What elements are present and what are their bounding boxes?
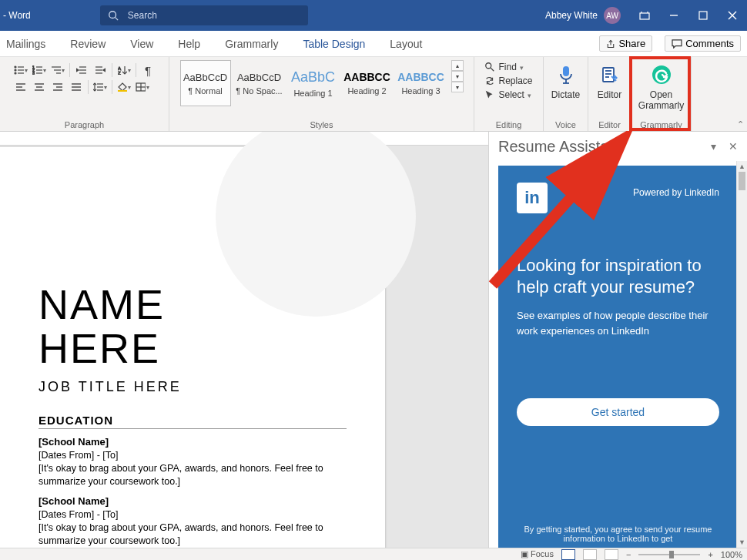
svg-marker-27 (76, 69, 79, 72)
bullets-icon[interactable] (14, 63, 28, 77)
tab-table-design[interactable]: Table Design (303, 38, 365, 50)
select-label: Select (498, 89, 524, 100)
svg-rect-6 (699, 12, 707, 19)
zoom-level[interactable]: 100% (721, 550, 742, 559)
styles-up-icon[interactable]: ▴ (451, 60, 464, 71)
education-entry-1[interactable]: [School Name] [Dates From] - [To] [It's … (39, 435, 347, 488)
svg-line-56 (491, 68, 494, 71)
svg-point-9 (15, 66, 16, 68)
justify-icon[interactable] (69, 80, 83, 94)
show-paragraph-marks-icon[interactable]: ¶ (141, 63, 155, 77)
share-icon (606, 39, 615, 49)
resume-assistant-pane: Resume Assistant ▾ ✕ in Powered by Linke… (488, 132, 747, 548)
align-left-icon[interactable] (14, 80, 28, 94)
share-button[interactable]: Share (599, 35, 652, 52)
styles-down-icon[interactable]: ▾ (451, 71, 464, 82)
numbering-icon[interactable]: 123 (32, 63, 46, 77)
pane-disclaimer: By getting started, you agree to send yo… (517, 525, 719, 543)
maximize-button[interactable] (688, 0, 718, 31)
replace-icon (484, 75, 495, 86)
ribbon: 123 AZ ¶ Paragraph (0, 57, 747, 132)
style-heading-1[interactable]: AaBbCHeading 1 (288, 60, 339, 106)
select-button[interactable]: Select (484, 89, 531, 100)
search-icon (108, 10, 119, 21)
sort-icon[interactable]: AZ (117, 63, 131, 77)
tab-grammarly[interactable]: Grammarly (225, 38, 278, 50)
zoom-out-button[interactable]: − (626, 550, 631, 559)
replace-label: Replace (498, 75, 532, 86)
multilevel-list-icon[interactable] (51, 63, 65, 77)
scroll-down-icon[interactable]: ▼ (737, 537, 747, 548)
style-heading-2[interactable]: AABBCCHeading 2 (342, 60, 393, 106)
document-viewport[interactable]: NAME HERE JOB TITLE HERE EDUCATION [Scho… (0, 132, 488, 548)
comments-label: Comments (685, 38, 734, 49)
close-button[interactable] (718, 0, 747, 31)
ribbon-display-options-icon[interactable] (630, 0, 659, 31)
comments-button[interactable]: Comments (665, 35, 741, 52)
pane-options-icon[interactable]: ▾ (711, 140, 716, 153)
pane-close-icon[interactable]: ✕ (729, 140, 738, 153)
svg-point-55 (486, 63, 491, 69)
window-title: - Word (3, 10, 31, 21)
minimize-button[interactable] (659, 0, 688, 31)
svg-marker-31 (103, 69, 106, 72)
title-bar: - Word Search Abbey White AW (0, 0, 747, 31)
increase-indent-icon[interactable] (93, 63, 107, 77)
styles-group-label: Styles (174, 120, 469, 129)
styles-more-icon[interactable]: ▾ (451, 82, 464, 92)
resume-job-title[interactable]: JOB TITLE HERE (39, 379, 367, 395)
find-button[interactable]: Find (484, 62, 523, 72)
ruler[interactable] (0, 132, 488, 146)
status-bar: ▣ Focus − + 100% (0, 548, 747, 560)
view-read-mode-icon[interactable] (583, 549, 597, 560)
education-entry-2[interactable]: [School Name] [Dates From] - [To] [It's … (39, 495, 347, 548)
resume-name-line2[interactable]: HERE (39, 327, 367, 371)
document-page[interactable]: NAME HERE JOB TITLE HERE EDUCATION [Scho… (0, 147, 385, 548)
microphone-icon (554, 63, 578, 86)
get-started-button[interactable]: Get started (517, 398, 719, 426)
view-print-layout-icon[interactable] (561, 549, 575, 560)
shading-icon[interactable] (117, 80, 131, 94)
style--normal[interactable]: AaBbCcD¶ Normal (180, 60, 231, 106)
tab-view[interactable]: View (130, 38, 153, 50)
editor-group-label: Editor (593, 120, 626, 129)
select-icon (484, 89, 495, 100)
line-spacing-icon[interactable] (93, 80, 107, 94)
dictate-label: Dictate (551, 89, 580, 100)
group-editor: Editor Editor (588, 57, 631, 131)
replace-button[interactable]: Replace (484, 75, 532, 86)
borders-icon[interactable] (136, 80, 149, 94)
pane-scrollbar[interactable]: ▲ ▼ (736, 161, 747, 548)
svg-text:3: 3 (32, 71, 35, 75)
tab-help[interactable]: Help (178, 38, 200, 50)
zoom-slider[interactable] (638, 554, 700, 555)
editor-button[interactable]: Editor (588, 60, 631, 100)
svg-rect-60 (603, 68, 614, 82)
tab-mailings[interactable]: Mailings (6, 38, 45, 50)
align-right-icon[interactable] (51, 80, 65, 94)
editor-icon (598, 63, 621, 86)
view-web-layout-icon[interactable] (605, 549, 618, 560)
group-voice: Dictate Voice (544, 57, 588, 131)
pane-body: in Powered by LinkedIn Looking for inspi… (498, 166, 738, 548)
pane-subtext: See examples of how people describe thei… (517, 308, 719, 338)
avatar: AW (604, 7, 621, 24)
dictate-button[interactable]: Dictate (544, 60, 588, 100)
align-center-icon[interactable] (32, 80, 46, 94)
scroll-up-icon[interactable]: ▲ (737, 161, 747, 172)
paragraph-group-label: Paragraph (5, 120, 164, 129)
user-identity[interactable]: Abbey White AW (545, 7, 621, 24)
search-box[interactable]: Search (100, 5, 308, 25)
style-heading-3[interactable]: AABBCCHeading 3 (396, 60, 447, 106)
style--no-spac-[interactable]: AaBbCcD¶ No Spac... (234, 60, 285, 106)
find-label: Find (498, 62, 516, 72)
collapse-ribbon-icon[interactable]: ⌃ (737, 119, 744, 129)
decrease-indent-icon[interactable] (75, 63, 89, 77)
tab-layout[interactable]: Layout (390, 38, 422, 50)
tab-review[interactable]: Review (70, 38, 106, 50)
zoom-in-button[interactable]: + (708, 550, 712, 559)
share-label: Share (618, 38, 645, 49)
scroll-thumb[interactable] (739, 172, 745, 190)
focus-mode-button[interactable]: ▣ Focus (521, 549, 554, 559)
section-heading-education[interactable]: EDUCATION (39, 414, 347, 429)
